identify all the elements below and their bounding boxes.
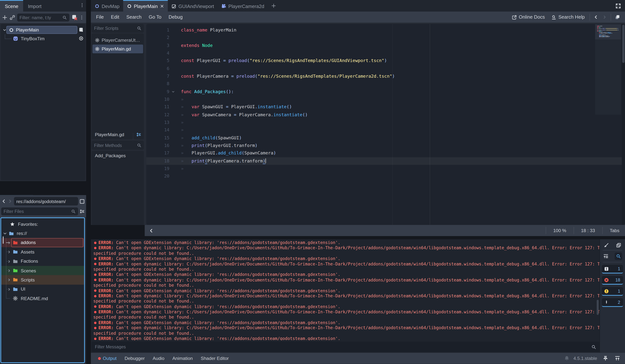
code-line-4[interactable]: 4 — [146, 49, 625, 57]
output-scrollbar-thumb[interactable] — [597, 300, 599, 315]
menu-file[interactable]: File — [93, 14, 107, 20]
code-editor[interactable]: 1class_name PlayerMain23extends Node45co… — [146, 24, 625, 225]
filter-scripts-input[interactable] — [94, 26, 135, 31]
code-line-15[interactable]: 15» add_child(SpawnGUI) — [146, 134, 625, 141]
editor-tab-DevMap[interactable]: DevMap — [91, 0, 123, 12]
menu-go-to[interactable]: Go To — [145, 14, 165, 20]
menu-search-help[interactable]: Search Help — [548, 14, 588, 20]
toggle-errors-button[interactable]: 18 — [602, 276, 623, 285]
close-icon[interactable] — [160, 4, 164, 8]
bottom-tab-shader-editor[interactable]: Shader Editor — [197, 356, 233, 361]
filter-methods-input[interactable] — [94, 143, 135, 147]
code-line-14[interactable]: 14» — [146, 126, 625, 134]
filter-messages-input[interactable] — [95, 344, 589, 349]
fs-entry-Scripts[interactable]: Scripts — [1, 275, 84, 284]
pin-bottom-panel-button[interactable] — [603, 356, 608, 361]
code-line-17[interactable]: 17» PlayerGUI.add_child(SpawnCamera) — [146, 149, 625, 157]
indent-type-indicator[interactable]: Tabs — [604, 225, 625, 236]
output-log-row[interactable]: ERROR: Can't open GDExtension dynamic li… — [93, 272, 599, 277]
expand-icon[interactable] — [2, 28, 7, 32]
code-line-6[interactable]: 6 — [146, 65, 625, 72]
script-item-PlayerMain.gd[interactable]: PlayerMain.gd — [93, 45, 143, 53]
code-line-19[interactable]: 19» — [146, 165, 625, 172]
code-scrollbar[interactable] — [622, 24, 625, 225]
method-item-Add_Packages[interactable]: Add_Packages — [95, 153, 141, 161]
bottom-tab-animation[interactable]: Animation — [168, 356, 197, 361]
bottom-tab-audio[interactable]: Audio — [149, 356, 168, 361]
fs-entry-Factions[interactable]: Factions — [1, 256, 84, 266]
script-item-PlayerCameraUtils.gd[interactable]: PlayerCameraUtils.gd — [93, 36, 143, 45]
detach-script-button[interactable] — [71, 14, 77, 20]
dock-menu-icon[interactable] — [80, 3, 85, 8]
line-col-indicator[interactable]: 18 : 33 — [575, 225, 600, 236]
clear-output-button[interactable] — [603, 242, 609, 248]
expand-icon[interactable] — [3, 231, 7, 236]
scene-tree-menu-button[interactable] — [79, 15, 84, 20]
code-line-8[interactable]: 8 — [146, 80, 625, 88]
output-log-row[interactable]: ERROR: Can't open dynamic library: C:/Us… — [93, 325, 599, 331]
editor-tab-GUIAndViewport[interactable]: GUIAndViewport — [168, 0, 218, 12]
bottom-tab-debugger[interactable]: Debugger — [121, 356, 149, 361]
output-log-row[interactable]: specified procedure could not be found.. — [93, 331, 599, 336]
menu-online-docs[interactable]: Online Docs — [508, 14, 548, 20]
output-log-row[interactable]: specified procedure could not be found.. — [93, 251, 599, 256]
fs-entry-UI[interactable]: UI — [1, 284, 84, 294]
code-minimap[interactable] — [595, 24, 621, 114]
scene-node-selected[interactable]: PlayerMain — [6, 26, 77, 34]
history-forward-button[interactable] — [602, 15, 607, 20]
output-log-row[interactable]: ERROR: Can't open dynamic library: C:/Us… — [93, 245, 599, 251]
code-scrollbar-thumb[interactable] — [622, 25, 625, 63]
output-log-row[interactable]: ERROR: Can't open GDExtension dynamic li… — [93, 336, 599, 340]
fullscreen-toggle-button[interactable] — [616, 3, 621, 9]
output-log-row[interactable]: ERROR: Can't open dynamic library: C:/Us… — [93, 261, 599, 267]
fs-sort-button[interactable] — [79, 208, 85, 214]
expand-icon[interactable] — [7, 241, 11, 245]
instance-scene-button[interactable] — [9, 15, 15, 20]
dock-tab-import[interactable]: Import — [23, 0, 46, 12]
code-line-18[interactable]: 18» print(PlayerCamera.tranform) — [146, 157, 625, 165]
fs-path-input[interactable] — [16, 199, 76, 204]
fs-forward-button[interactable] — [8, 198, 13, 204]
output-log-row[interactable]: ERROR: Can't open dynamic library: C:/Us… — [93, 277, 599, 283]
code-line-2[interactable]: 2 — [146, 34, 625, 42]
zoom-level[interactable]: 100 % — [548, 225, 572, 236]
fs-entry-Assets[interactable]: Assets — [1, 247, 84, 257]
output-log-row[interactable]: ERROR: Can't open dynamic library: C:/Us… — [93, 309, 599, 315]
output-log-row[interactable]: specified procedure could not be found.. — [93, 283, 599, 288]
editor-tab-PlayerCamera2d[interactable]: PlayerCamera2d — [218, 0, 268, 12]
code-line-13[interactable]: 13» — [146, 119, 625, 126]
menu-debug[interactable]: Debug — [165, 14, 186, 20]
code-line-12[interactable]: 12» var SpawnCamera = PlayerCamera.insta… — [146, 111, 625, 118]
fs-entry-Scenes[interactable]: Scenes — [1, 266, 84, 275]
float-window-button[interactable] — [615, 14, 620, 20]
code-line-9[interactable]: 9func Add_Packages(): — [146, 88, 625, 95]
new-script-tab-button[interactable] — [271, 3, 276, 8]
output-log[interactable]: ERROR: Can't open GDExtension dynamic li… — [92, 240, 600, 340]
collapse-duplicates-button[interactable] — [603, 253, 608, 259]
output-log-row[interactable]: ERROR: Can't open GDExtension dynamic li… — [93, 304, 599, 309]
fs-back-button[interactable] — [1, 198, 6, 204]
open-script-button[interactable] — [79, 27, 84, 32]
notifications-bell-icon[interactable] — [564, 356, 569, 361]
fs-split-mode-button[interactable] — [79, 198, 85, 204]
expand-icon[interactable] — [7, 259, 11, 263]
fs-root-row[interactable]: res:// — [1, 229, 84, 238]
expand-icon[interactable] — [7, 287, 11, 291]
output-log-row[interactable]: specified procedure could not be found.. — [93, 315, 599, 320]
code-line-11[interactable]: 11» var SpawnGUI = PlayerGUI.instantiate… — [146, 103, 625, 111]
search-output-toggle[interactable] — [614, 252, 622, 260]
code-line-3[interactable]: 3extends Node — [146, 42, 625, 49]
code-line-16[interactable]: 16» print(PlayerGUI.tranform) — [146, 142, 625, 149]
toggle-messages-button[interactable]: 1 — [602, 265, 623, 274]
output-log-row[interactable]: ERROR: Can't open dynamic library: C:/Us… — [93, 293, 599, 299]
copy-output-button[interactable] — [616, 242, 622, 248]
output-log-row[interactable]: specified procedure could not be found.. — [93, 267, 599, 272]
fs-favorites-row[interactable]: Favorites: — [1, 220, 84, 229]
scene-filter-input[interactable] — [20, 15, 61, 20]
expand-bottom-panel-button[interactable] — [615, 356, 620, 361]
visibility-toggle-icon[interactable] — [79, 36, 84, 41]
fs-entry-README.md[interactable]: README.md — [1, 294, 84, 303]
output-log-row[interactable]: ERROR: Can't open GDExtension dynamic li… — [93, 240, 599, 246]
scene-node-row[interactable]: PlayerMain — [1, 26, 85, 34]
fs-filter-input[interactable] — [3, 209, 69, 214]
